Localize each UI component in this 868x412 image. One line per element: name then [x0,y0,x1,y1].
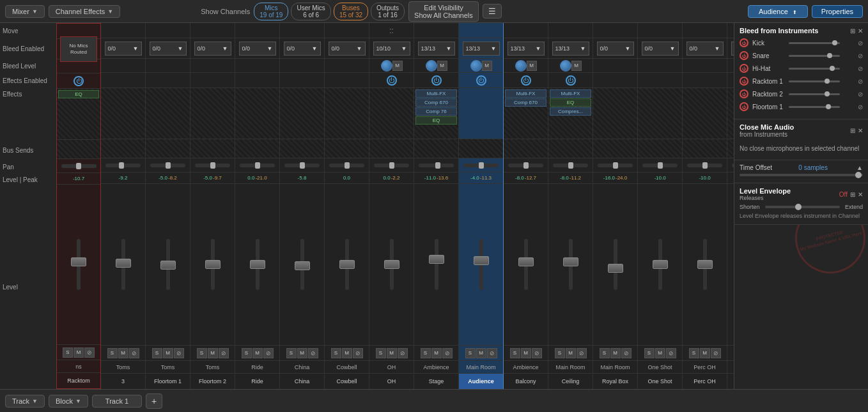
channel-strip-10[interactable]: 13/13▼ M ⏻ -4.0 -11.3 S M ⊘ Main RoomAud… [459,23,504,389]
slash-btn-3[interactable]: ⊘ [174,348,184,358]
shorten-slider[interactable] [765,206,840,208]
inst-slider-snare[interactable] [789,55,840,57]
mute-btn-14[interactable]: M [655,348,665,358]
pan-slider-11[interactable] [508,164,543,167]
hamburger-button[interactable]: ☰ [483,4,502,19]
name-row-15[interactable]: Perc OH [683,374,727,389]
bleed-dropdown-5[interactable]: 0/0▼ [239,42,276,56]
fader-row-16[interactable] [727,184,734,346]
properties-button[interactable]: Properties [812,5,863,18]
slash-btn-2[interactable]: ⊘ [129,348,139,358]
fader-track-13[interactable] [614,239,617,290]
bleed-m-btn-12[interactable]: M [571,61,582,71]
name-row-8[interactable]: OH [369,374,414,389]
bleed-dropdown-15[interactable]: 0/0▼ [686,42,724,56]
name-row-4[interactable]: Floortom 2 [190,374,235,389]
mute-btn-15[interactable]: M [700,348,710,358]
effect-tag-9[interactable]: Comp 670 [415,98,457,107]
channel-strip-16[interactable]: 0/0▼ -1 S M ⊘ ShakerShaker [727,23,734,389]
name-row-7[interactable]: Cowbell [325,374,369,389]
inst-power-floortom 1[interactable]: ⏻ [740,102,748,111]
user-mics-tab[interactable]: User Mics 6 of 6 [291,3,330,20]
fader-row-2[interactable] [101,184,145,346]
bleed-dropdown-14[interactable]: 0/0▼ [642,42,679,56]
track-button[interactable]: Track ▼ [5,395,45,408]
slash-btn-8[interactable]: ⊘ [398,348,408,358]
mute-btn-11[interactable]: M [521,348,531,358]
bleed-dropdown-7[interactable]: 0/0▼ [329,42,366,56]
inst-bypass-racktom 2[interactable]: ⊘ [858,91,863,98]
effect-tag-11[interactable]: Multi-FX [505,89,546,98]
track1-button[interactable]: Track 1 [92,395,142,408]
effect-tag-11[interactable]: Comp 670 [505,98,546,107]
power-icon-11[interactable]: ⏻ [521,75,531,86]
inst-power-snare[interactable]: ⏻ [740,51,748,60]
channel-strip-7[interactable]: 0/0▼ 0.0 S M ⊘ CowbellCowbell [325,23,369,389]
bleed-knob-11[interactable] [515,60,527,72]
bleed-dropdown-12[interactable]: 13/13▼ [552,42,589,56]
name-row-11[interactable]: Balcony [504,374,548,389]
solo-btn-1[interactable]: S [63,347,73,358]
name-row-12[interactable]: Ceiling [548,374,593,389]
fader-row-5[interactable] [235,184,279,346]
channel-strip-5[interactable]: 0/0▼ 0.0 -21.0 S M ⊘ RideRide [235,23,280,389]
channel-strip-6[interactable]: 0/0▼ -5.8 S M ⊘ ChinaChina [280,23,325,389]
effect-tag-12[interactable]: EQ [550,98,591,107]
audience-button[interactable]: Audience ⬆ [748,5,808,18]
bleed-dropdown-13[interactable]: 0/0▼ [597,42,634,56]
solo-btn-8[interactable]: S [376,348,386,358]
inst-power-kick[interactable]: ⏻ [740,38,748,47]
buses-tab[interactable]: Buses 15 of 32 [334,3,368,20]
fader-row-3[interactable] [146,184,190,346]
time-offset-arrow[interactable]: ▲ [856,164,863,171]
mute-btn-2[interactable]: M [118,348,128,358]
mute-btn-1[interactable]: M [74,347,84,358]
fader-row-14[interactable] [638,184,682,346]
channel-strip-14[interactable]: 0/0▼ -10.0 S M ⊘ One ShotOne Shot [638,23,683,389]
fader-track-2[interactable] [121,239,125,290]
channel-strip-11[interactable]: 13/13▼ M ⏻Multi-FXComp 670 -8.0 -12.7 S … [504,23,548,389]
name-row-2[interactable]: 3 [101,374,145,389]
fader-track-6[interactable] [300,239,304,290]
mute-btn-6[interactable]: M [297,348,307,358]
pan-slider-15[interactable] [687,164,722,167]
power-icon-10[interactable]: ⏻ [476,75,486,86]
power-icon-12[interactable]: ⏻ [566,75,576,86]
fader-row-10[interactable] [459,184,503,346]
inst-bypass-kick[interactable]: ⊘ [858,40,863,47]
pan-slider-2[interactable] [105,164,141,167]
effect-tag-1[interactable]: EQ [58,90,99,98]
fader-track-7[interactable] [345,239,349,290]
fader-row-8[interactable] [369,184,414,346]
channel-effects-button[interactable]: Channel Effects ▼ [49,5,120,18]
solo-btn-2[interactable]: S [107,348,118,358]
slash-btn-9[interactable]: ⊘ [442,348,453,358]
name-row-9[interactable]: Stage [414,374,458,389]
mute-btn-10[interactable]: M [476,348,486,358]
mute-btn-8[interactable]: M [387,348,397,358]
level-envelope-expand[interactable]: ⊞ [850,191,855,198]
solo-btn-7[interactable]: S [331,348,341,358]
inst-slider-kick[interactable] [789,42,840,44]
pan-slider-16[interactable] [732,164,734,167]
inst-bypass-racktom 1[interactable]: ⊘ [858,78,863,85]
edit-visibility-btn[interactable]: Edit Visibility Show All Channels [408,1,479,22]
bleed-dropdown-4[interactable]: 0/0▼ [194,42,231,56]
bleed-m-btn-10[interactable]: M [482,61,492,71]
fader-track-3[interactable] [166,239,170,290]
inst-power-hi-hat[interactable]: ⏻ [740,64,748,73]
channel-strip-3[interactable]: 0/0▼ -5.0 -8.2 S M ⊘ TomsFloortom 1 [146,23,190,389]
mute-btn-7[interactable]: M [342,348,352,358]
pan-slider-8[interactable] [374,164,409,167]
slash-btn-12[interactable]: ⊘ [577,348,587,358]
name-row-16[interactable]: Shaker [727,374,734,389]
solo-btn-6[interactable]: S [286,348,297,358]
fader-row-12[interactable] [548,184,593,346]
fader-row-15[interactable] [683,184,727,346]
mute-btn-5[interactable]: M [252,348,263,358]
bleed-m-btn-8[interactable]: M [392,61,403,71]
channel-strip-8[interactable]: ::10/10▼ M ⏻ 0.0 -2.2 S M ⊘ OHOH [369,23,414,389]
time-offset-slider[interactable] [740,174,863,176]
channel-strip-15[interactable]: 0/0▼ -10.0 S M ⊘ Perc OHPerc OH [683,23,727,389]
fader-track-12[interactable] [569,239,573,290]
